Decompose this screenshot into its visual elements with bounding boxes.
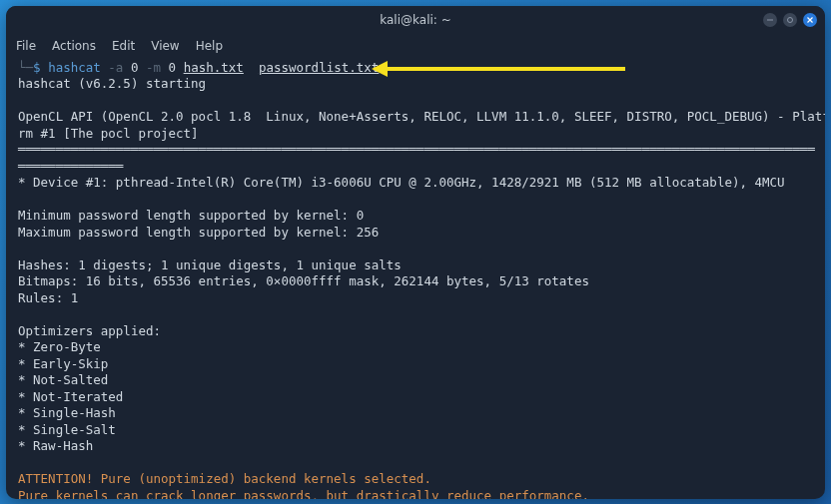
out-device: * Device #1: pthread-Intel(R) Core(TM) i… (18, 175, 785, 190)
out-opt5: * Single-Hash (18, 405, 116, 420)
svg-point-1 (788, 17, 793, 22)
arg-hashfile: hash.txt (184, 60, 244, 75)
menu-actions[interactable]: Actions (52, 39, 96, 53)
terminal-body[interactable]: └─$ hashcat -a 0 -m 0 hash.txt passwordl… (6, 58, 825, 499)
menu-help[interactable]: Help (196, 39, 223, 53)
out-starting: hashcat (v6.2.5) starting (18, 76, 206, 91)
menu-view[interactable]: View (151, 39, 179, 53)
menu-edit[interactable]: Edit (112, 39, 135, 53)
out-opt-header: Optimizers applied: (18, 323, 161, 338)
out-rules: Rules: 1 (18, 290, 78, 305)
titlebar: kali@kali: ~ (6, 6, 825, 34)
minimize-button[interactable] (763, 13, 777, 27)
maximize-button[interactable] (783, 13, 797, 27)
val-m: 0 (169, 60, 177, 75)
arg-wordlist: passwordlist.txt (259, 60, 379, 75)
flag-m: -m (146, 60, 161, 75)
prompt-tree: └─ (18, 60, 33, 75)
out-warn1: ATTENTION! Pure (unoptimized) backend ke… (18, 471, 431, 486)
out-opt2: * Early-Skip (18, 356, 108, 371)
out-opt3: * Not-Salted (18, 372, 108, 387)
out-maxlen: Maximum password length supported by ker… (18, 225, 379, 240)
prompt-symbol: $ (33, 60, 41, 75)
out-opt6: * Single-Salt (18, 422, 116, 437)
window-controls (763, 13, 817, 27)
terminal-window: kali@kali: ~ File Actions Edit View Help… (6, 6, 825, 499)
menubar: File Actions Edit View Help (6, 34, 825, 58)
minimize-icon (766, 16, 774, 24)
flag-a: -a (108, 60, 123, 75)
out-opencl2: rm #1 [The pocl project] (18, 126, 199, 141)
out-bitmaps: Bitmaps: 16 bits, 65536 entries, 0×0000f… (18, 273, 589, 288)
window-title: kali@kali: ~ (380, 13, 450, 27)
out-warn2: Pure kernels can crack longer passwords,… (18, 488, 589, 499)
out-opt1: * Zero-Byte (18, 339, 101, 354)
out-hashes: Hashes: 1 digests; 1 unique digests, 1 u… (18, 257, 402, 272)
out-opt7: * Raw-Hash (18, 438, 93, 453)
close-icon (806, 16, 814, 24)
out-sep1: ════════════════════════════════════════… (18, 142, 815, 157)
out-sep2: ══════════════ (18, 159, 123, 174)
close-button[interactable] (803, 13, 817, 27)
val-a: 0 (131, 60, 139, 75)
out-minlen: Minimum password length supported by ker… (18, 208, 364, 223)
out-opt4: * Not-Iterated (18, 389, 123, 404)
command-name: hashcat (48, 60, 101, 75)
menu-file[interactable]: File (16, 39, 36, 53)
out-opencl1: OpenCL API (OpenCL 2.0 pocl 1.8 Linux, N… (18, 109, 825, 124)
maximize-icon (786, 16, 794, 24)
